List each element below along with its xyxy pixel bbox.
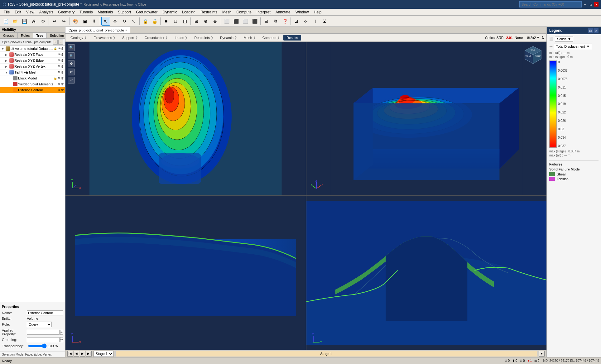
tab-groups[interactable]: Groups <box>0 33 18 38</box>
iso-btn[interactable]: ⧉ <box>271 17 280 26</box>
undo-button[interactable]: ↩ <box>50 17 59 26</box>
stage-end-btn[interactable]: ▼ <box>539 351 545 357</box>
extra-btn2[interactable]: ⊺ <box>311 17 320 26</box>
tree-item-5[interactable]: Block Model 🔒 👁 🗑 <box>0 75 65 81</box>
wf-support[interactable]: Support ❯ <box>119 35 141 41</box>
lock-btn[interactable]: 🔒 <box>141 17 150 26</box>
vp-tl-zoom-out[interactable]: 🔍 <box>68 52 75 59</box>
menu-support[interactable]: Support <box>115 9 133 15</box>
tree-expand-btn[interactable]: + <box>53 40 58 45</box>
viewport-tab-main[interactable]: Open_pit-block tutorial_pre-compute × <box>65 27 130 33</box>
viewport-tab-close[interactable]: × <box>125 29 127 32</box>
view-dropdown[interactable]: ⬇ <box>90 17 99 26</box>
menu-compute[interactable]: Compute <box>234 9 254 15</box>
menu-analysis[interactable]: Analysis <box>37 9 56 15</box>
tree-item-4[interactable]: ▼ TET4 FE Mesh 👁 🗑 <box>0 69 65 75</box>
prop-name-input[interactable] <box>27 310 63 315</box>
tree-collapse-btn[interactable]: − <box>58 40 63 45</box>
menu-mesh[interactable]: Mesh <box>220 9 234 15</box>
wf-mesh[interactable]: Mesh ❯ <box>241 35 259 41</box>
unlock-btn[interactable]: 🔓 <box>150 17 159 26</box>
tree-item-1[interactable]: ▶ Restrain XYZ Face 👁 🗑 <box>0 52 65 58</box>
menu-edit[interactable]: Edit <box>12 9 24 15</box>
move-tool[interactable]: ✥ <box>111 17 119 26</box>
vp-tl-rotate[interactable]: ↺ <box>68 69 75 75</box>
tree-item-3[interactable]: ▶ Restrain XYZ Vertex 👁 🗑 <box>0 64 65 69</box>
vp-tr-cube-nav[interactable]: TOP RIGHT FRONT <box>523 45 543 65</box>
query-btn[interactable]: ❓ <box>281 17 289 26</box>
menu-file[interactable]: File <box>1 9 12 15</box>
minimize-button[interactable]: ─ <box>583 2 587 7</box>
wf-excavations[interactable]: Excavations ❯ <box>90 35 118 41</box>
wf-groundwater[interactable]: Groundwater ❯ <box>142 35 171 41</box>
cam-front-btn[interactable]: ⬜ <box>222 17 231 26</box>
menu-loading[interactable]: Loading <box>180 9 198 15</box>
tab-tree[interactable]: Tree <box>33 33 47 38</box>
menu-dynamic[interactable]: Dynamic <box>160 9 180 15</box>
wf-dynamic[interactable]: Dynamic ❯ <box>217 35 240 41</box>
hidden-btn[interactable]: ◫ <box>180 17 189 26</box>
wire-btn[interactable]: □ <box>171 17 180 26</box>
menu-restraints[interactable]: Restraints <box>198 9 220 15</box>
stage-first-btn[interactable]: |◀ <box>67 351 73 357</box>
prop-grouping-edit-btn[interactable]: ✏ <box>60 337 63 342</box>
vp-tl-fit[interactable]: ⤢ <box>68 77 75 84</box>
menu-view[interactable]: View <box>24 9 37 15</box>
vp-tl-pan[interactable]: ✥ <box>68 60 75 67</box>
grid-expand-btn[interactable]: ▼ <box>536 36 540 39</box>
tree-item-0[interactable]: ▼ pit volume-tutorial.Default.M 🔒 👁 🗑 <box>0 46 65 52</box>
zoom-in-btn[interactable]: ⊕ <box>201 17 210 26</box>
maximize-button[interactable]: □ <box>589 2 593 7</box>
menu-annotate[interactable]: Annotate <box>273 9 293 15</box>
display-button[interactable]: ▣ <box>80 17 89 26</box>
menu-materials[interactable]: Materials <box>95 9 115 15</box>
menu-help[interactable]: Help <box>311 9 324 15</box>
stage-bar[interactable]: Stage 1 <box>115 351 537 357</box>
cam-3d-btn[interactable]: ⬛ <box>250 17 259 26</box>
prop-role-select[interactable]: Query <box>27 322 52 327</box>
print-button[interactable]: 🖨 <box>29 17 38 26</box>
new-button[interactable]: 📄 <box>1 17 10 26</box>
zoom-out-btn[interactable]: ⊖ <box>211 17 219 26</box>
stage-play-btn[interactable]: ▶ <box>80 351 85 357</box>
menu-groundwater[interactable]: Groundwater <box>133 9 160 15</box>
wf-geology[interactable]: Geology ❯ <box>67 35 90 41</box>
open-button[interactable]: 📂 <box>11 17 19 26</box>
vp-tl-zoom-in[interactable]: 🔍 <box>68 44 75 51</box>
menu-interpret[interactable]: Interpret <box>254 9 273 15</box>
cam-top-btn[interactable]: ⬜ <box>241 17 250 26</box>
menu-tunnels[interactable]: Tunnels <box>77 9 95 15</box>
tree-item-6[interactable]: Yielded Solid Elements 👁 🗑 <box>0 81 65 87</box>
transparency-slider[interactable] <box>28 343 47 348</box>
viewport-refresh-btn[interactable]: ↻ <box>541 36 545 40</box>
wf-results[interactable]: Results <box>283 35 301 41</box>
legend-collapse-btn[interactable]: ⊟ <box>588 28 593 33</box>
close-button[interactable]: ✕ <box>594 2 599 7</box>
solid-btn[interactable]: ■ <box>162 17 171 26</box>
legend-close-btn[interactable]: ✕ <box>594 28 599 33</box>
menu-window[interactable]: Window <box>293 9 311 15</box>
wf-loads[interactable]: Loads ❯ <box>171 35 190 41</box>
tree-item-7[interactable]: Exterior Contour 👁 🗑 <box>0 87 65 93</box>
legend-result-btn[interactable]: Total Displacement ▼ <box>554 44 592 49</box>
search-input[interactable] <box>519 1 582 7</box>
redo-button[interactable]: ↪ <box>60 17 68 26</box>
tree-item-2[interactable]: ▶ Restrain XYZ Edge 👁 🗑 <box>0 58 65 64</box>
prop-applied-input[interactable] <box>27 330 60 335</box>
zoom-fit-btn[interactable]: ⊞ <box>192 17 201 26</box>
filter-btn[interactable]: ⊿ <box>292 17 301 26</box>
save-button[interactable]: 💾 <box>20 17 29 26</box>
cam-side-btn[interactable]: ⬛ <box>232 17 240 26</box>
stage-prev-btn[interactable]: ◀ <box>74 351 79 357</box>
prop-applied-edit-btn[interactable]: ✏ <box>60 330 63 335</box>
wf-restraints[interactable]: Restraints ❯ <box>191 35 216 41</box>
legend-solids-btn[interactable]: Solids ▼ <box>555 36 573 42</box>
stage-select[interactable]: Stage 1 <box>94 351 113 357</box>
menu-geometry[interactable]: Geometry <box>56 9 77 15</box>
tab-roles[interactable]: Roles <box>18 33 33 38</box>
extra-btn1[interactable]: ⊹ <box>301 17 310 26</box>
select-tool[interactable]: ↖ <box>101 17 110 26</box>
rotate-tool[interactable]: ↻ <box>120 17 129 26</box>
tab-selection[interactable]: Selection <box>47 33 67 38</box>
scale-tool[interactable]: ⤡ <box>129 17 138 26</box>
